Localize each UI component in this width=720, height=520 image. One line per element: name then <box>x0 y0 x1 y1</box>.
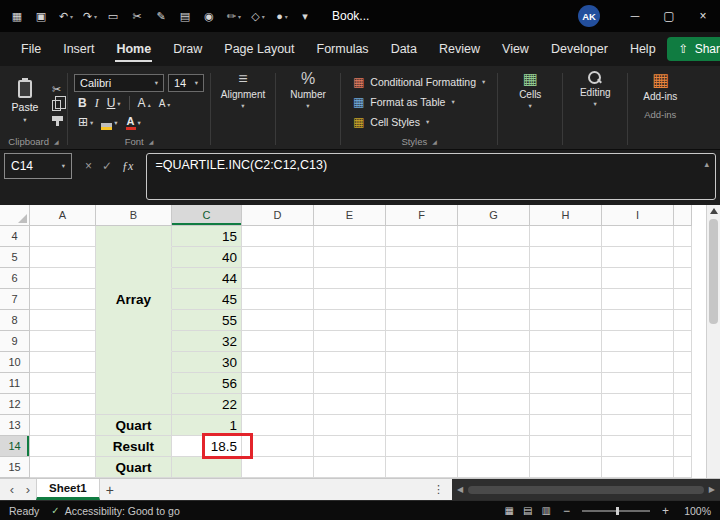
cell[interactable] <box>314 436 386 457</box>
cell[interactable] <box>242 457 314 478</box>
cell[interactable] <box>30 226 96 247</box>
zoom-slider[interactable] <box>582 510 650 512</box>
cell[interactable] <box>674 352 692 373</box>
cell[interactable] <box>458 331 530 352</box>
increase-font-button[interactable]: A ▴ <box>134 95 155 111</box>
cell[interactable] <box>674 457 692 478</box>
name-box[interactable]: C14 ▾ <box>4 153 72 179</box>
row-header[interactable]: 8 <box>0 310 30 331</box>
tab-page-layout[interactable]: Page Layout <box>213 32 305 66</box>
cell[interactable] <box>242 373 314 394</box>
cell[interactable] <box>530 289 602 310</box>
cell[interactable] <box>96 373 172 394</box>
cell[interactable]: 56 <box>172 373 242 394</box>
cell[interactable]: Result <box>96 436 172 457</box>
sheet-nav-left-icon[interactable]: ‹ <box>4 480 20 500</box>
cell[interactable] <box>386 247 458 268</box>
cell[interactable] <box>386 226 458 247</box>
cell[interactable]: Quart <box>96 457 172 478</box>
sheet-nav-right-icon[interactable]: › <box>20 480 36 500</box>
column-header[interactable]: D <box>242 205 314 226</box>
font-dialog-launcher-icon[interactable]: ◢ <box>149 138 154 145</box>
cell[interactable]: 32 <box>172 331 242 352</box>
styles-dialog-launcher-icon[interactable]: ◢ <box>432 138 437 145</box>
zoom-in-button[interactable]: + <box>662 504 669 518</box>
insert-function-icon[interactable]: ƒx <box>122 159 133 174</box>
cell[interactable] <box>602 289 674 310</box>
font-name-select[interactable]: Calibri ▾ <box>74 74 164 92</box>
cell[interactable] <box>458 436 530 457</box>
record-macro-icon[interactable]: ●▾ <box>270 10 294 22</box>
clipboard-dialog-launcher-icon[interactable]: ◢ <box>54 138 59 145</box>
editing-button[interactable]: Editing ▾ <box>567 71 623 112</box>
cell[interactable] <box>314 331 386 352</box>
cell[interactable] <box>674 436 692 457</box>
bold-button[interactable]: B <box>74 95 91 111</box>
row-header[interactable]: 6 <box>0 268 30 289</box>
close-button[interactable]: × <box>686 0 720 32</box>
font-size-select[interactable]: 14 ▾ <box>168 74 204 92</box>
sheet-tab-sheet1[interactable]: Sheet1 <box>36 479 100 500</box>
cell[interactable] <box>242 289 314 310</box>
scroll-up-icon[interactable] <box>710 208 718 214</box>
cell[interactable] <box>674 226 692 247</box>
column-header[interactable]: E <box>314 205 386 226</box>
cells-button[interactable]: ▦ Cells ▾ <box>502 71 558 114</box>
cell[interactable] <box>242 268 314 289</box>
horizontal-scrollbar[interactable]: ◀ ▶ <box>452 479 720 501</box>
cell[interactable] <box>314 373 386 394</box>
horizontal-scroll-thumb[interactable] <box>468 486 704 494</box>
cell[interactable] <box>314 310 386 331</box>
column-header[interactable]: B <box>96 205 172 226</box>
cell[interactable] <box>314 352 386 373</box>
cell[interactable] <box>458 310 530 331</box>
tab-review[interactable]: Review <box>428 32 491 66</box>
format-painter-button[interactable] <box>52 116 63 121</box>
cell[interactable]: 15 <box>172 226 242 247</box>
zoom-slider-thumb[interactable] <box>616 507 619 515</box>
scroll-right-icon[interactable]: ▶ <box>709 485 715 494</box>
normal-view-icon[interactable]: ▦ <box>505 505 514 516</box>
copy-icon[interactable]: ▭ <box>102 10 126 23</box>
row-header[interactable]: 9 <box>0 331 30 352</box>
cell[interactable] <box>530 310 602 331</box>
format-as-table-button[interactable]: ▦ Format as Table ▾ <box>353 94 485 111</box>
cell[interactable] <box>242 331 314 352</box>
vertical-scrollbar[interactable] <box>706 205 720 478</box>
cell[interactable] <box>314 289 386 310</box>
tab-developer[interactable]: Developer <box>540 32 619 66</box>
cell[interactable]: 40 <box>172 247 242 268</box>
tab-help[interactable]: Help <box>619 32 667 66</box>
cell[interactable] <box>172 457 242 478</box>
cell[interactable] <box>602 331 674 352</box>
cell[interactable] <box>242 310 314 331</box>
cell[interactable] <box>674 289 692 310</box>
tab-draw[interactable]: Draw <box>162 32 213 66</box>
cell[interactable] <box>530 373 602 394</box>
cell[interactable] <box>386 436 458 457</box>
cell[interactable] <box>242 352 314 373</box>
cell[interactable] <box>30 289 96 310</box>
page-break-preview-icon[interactable]: ▥ <box>542 505 551 516</box>
cell[interactable] <box>30 247 96 268</box>
more-commands-icon[interactable]: ▾ <box>294 10 318 23</box>
cell[interactable]: 18.5 <box>172 436 242 457</box>
tab-file[interactable]: File <box>10 32 52 66</box>
cell[interactable] <box>530 268 602 289</box>
cell[interactable]: 45 <box>172 289 242 310</box>
cell[interactable] <box>386 289 458 310</box>
fill-color-button[interactable]: ▾ <box>97 114 121 130</box>
column-header[interactable]: C <box>172 205 242 226</box>
save-icon[interactable]: ▣ <box>30 10 54 23</box>
camera-icon[interactable]: ◉ <box>198 10 222 23</box>
cell[interactable] <box>458 352 530 373</box>
cell[interactable] <box>314 457 386 478</box>
cell[interactable]: 44 <box>172 268 242 289</box>
underline-button[interactable]: U ▾ <box>103 95 125 111</box>
maximize-button[interactable]: ▢ <box>652 0 686 32</box>
cell[interactable] <box>96 310 172 331</box>
column-header[interactable]: G <box>458 205 530 226</box>
cell[interactable] <box>30 436 96 457</box>
zoom-level[interactable]: 100% <box>681 505 711 517</box>
cell[interactable] <box>386 331 458 352</box>
